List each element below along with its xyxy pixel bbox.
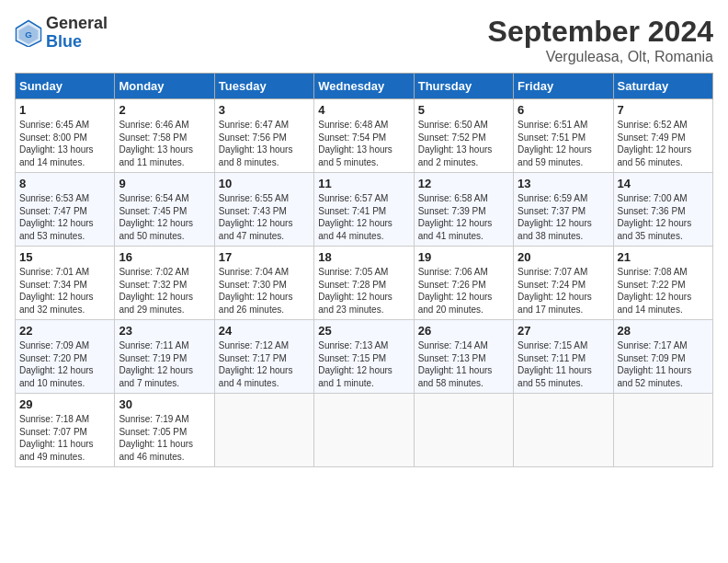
day-info: Sunrise: 7:07 AMSunset: 7:24 PMDaylight:… — [518, 266, 609, 316]
title-block: September 2024 Verguleasa, Olt, Romania — [488, 15, 713, 65]
day-number: 15 — [19, 250, 110, 264]
day-info: Sunrise: 7:13 AMSunset: 7:15 PMDaylight:… — [318, 339, 409, 389]
day-number: 27 — [518, 324, 609, 338]
day-info: Sunrise: 6:46 AMSunset: 7:58 PMDaylight:… — [119, 119, 210, 168]
day-number: 19 — [418, 250, 509, 264]
day-info: Sunrise: 7:04 AMSunset: 7:30 PMDaylight:… — [219, 266, 310, 316]
day-info: Sunrise: 6:58 AMSunset: 7:39 PMDaylight:… — [418, 192, 509, 242]
day-number: 22 — [19, 324, 110, 338]
calendar-day-cell: 26Sunrise: 7:14 AMSunset: 7:13 PMDayligh… — [414, 320, 513, 394]
day-info: Sunrise: 7:06 AMSunset: 7:26 PMDaylight:… — [418, 266, 509, 316]
day-number: 17 — [219, 250, 310, 264]
calendar-day-cell: 10Sunrise: 6:55 AMSunset: 7:43 PMDayligh… — [214, 173, 313, 247]
calendar-day-cell: 2Sunrise: 6:46 AMSunset: 7:58 PMDaylight… — [115, 99, 214, 173]
day-info: Sunrise: 7:01 AMSunset: 7:34 PMDaylight:… — [19, 266, 110, 316]
day-number: 18 — [318, 250, 409, 264]
day-info: Sunrise: 7:15 AMSunset: 7:11 PMDaylight:… — [518, 339, 609, 389]
calendar-day-cell: 9Sunrise: 6:54 AMSunset: 7:45 PMDaylight… — [115, 173, 214, 247]
day-info: Sunrise: 7:17 AMSunset: 7:09 PMDaylight:… — [618, 339, 709, 389]
day-info: Sunrise: 6:53 AMSunset: 7:47 PMDaylight:… — [19, 192, 110, 242]
day-info: Sunrise: 7:19 AMSunset: 7:05 PMDaylight:… — [119, 413, 210, 463]
weekday-header-saturday: Saturday — [613, 74, 712, 99]
calendar-day-cell: 23Sunrise: 7:11 AMSunset: 7:19 PMDayligh… — [115, 320, 214, 394]
day-number: 30 — [119, 397, 210, 411]
calendar-header: SundayMondayTuesdayWednesdayThursdayFrid… — [16, 74, 713, 99]
day-number: 29 — [19, 397, 110, 411]
day-number: 6 — [518, 103, 609, 117]
calendar-day-cell — [414, 394, 513, 467]
calendar-day-cell: 15Sunrise: 7:01 AMSunset: 7:34 PMDayligh… — [16, 247, 115, 320]
calendar-week-row: 1Sunrise: 6:45 AMSunset: 8:00 PMDaylight… — [16, 99, 713, 173]
day-number: 12 — [418, 177, 509, 190]
weekday-row: SundayMondayTuesdayWednesdayThursdayFrid… — [16, 74, 713, 99]
calendar-day-cell: 17Sunrise: 7:04 AMSunset: 7:30 PMDayligh… — [214, 247, 313, 320]
calendar-week-row: 22Sunrise: 7:09 AMSunset: 7:20 PMDayligh… — [16, 320, 713, 394]
calendar-day-cell — [613, 394, 712, 467]
day-info: Sunrise: 6:57 AMSunset: 7:41 PMDaylight:… — [318, 192, 409, 242]
day-info: Sunrise: 6:45 AMSunset: 8:00 PMDaylight:… — [19, 119, 110, 168]
day-number: 26 — [418, 324, 509, 338]
calendar-day-cell: 22Sunrise: 7:09 AMSunset: 7:20 PMDayligh… — [16, 320, 115, 394]
calendar-day-cell: 3Sunrise: 6:47 AMSunset: 7:56 PMDaylight… — [214, 99, 313, 173]
calendar-day-cell — [214, 394, 313, 467]
day-info: Sunrise: 6:51 AMSunset: 7:51 PMDaylight:… — [518, 119, 609, 168]
day-info: Sunrise: 7:00 AMSunset: 7:36 PMDaylight:… — [618, 192, 709, 242]
day-number: 8 — [19, 177, 110, 190]
day-number: 14 — [618, 177, 709, 190]
day-number: 28 — [618, 324, 709, 338]
weekday-header-sunday: Sunday — [16, 74, 115, 99]
day-info: Sunrise: 6:48 AMSunset: 7:54 PMDaylight:… — [318, 119, 409, 168]
calendar-day-cell: 7Sunrise: 6:52 AMSunset: 7:49 PMDaylight… — [613, 99, 712, 173]
day-info: Sunrise: 6:52 AMSunset: 7:49 PMDaylight:… — [618, 119, 709, 168]
calendar-table: SundayMondayTuesdayWednesdayThursdayFrid… — [15, 73, 713, 467]
day-number: 5 — [418, 103, 509, 117]
day-number: 13 — [518, 177, 609, 190]
calendar-day-cell — [314, 394, 414, 467]
day-number: 7 — [618, 103, 709, 117]
weekday-header-tuesday: Tuesday — [214, 74, 313, 99]
calendar-day-cell: 29Sunrise: 7:18 AMSunset: 7:07 PMDayligh… — [16, 394, 115, 467]
calendar-body: 1Sunrise: 6:45 AMSunset: 8:00 PMDaylight… — [16, 99, 713, 467]
day-number: 23 — [119, 324, 210, 338]
day-number: 9 — [119, 177, 210, 190]
month-title: September 2024 — [488, 15, 713, 49]
calendar-week-row: 15Sunrise: 7:01 AMSunset: 7:34 PMDayligh… — [16, 247, 713, 320]
day-info: Sunrise: 6:59 AMSunset: 7:37 PMDaylight:… — [518, 192, 609, 242]
calendar-week-row: 8Sunrise: 6:53 AMSunset: 7:47 PMDaylight… — [16, 173, 713, 247]
logo-blue: Blue — [46, 33, 108, 52]
location-subtitle: Verguleasa, Olt, Romania — [488, 49, 713, 65]
day-info: Sunrise: 7:14 AMSunset: 7:13 PMDaylight:… — [418, 339, 509, 389]
day-info: Sunrise: 6:50 AMSunset: 7:52 PMDaylight:… — [418, 119, 509, 168]
calendar-day-cell: 14Sunrise: 7:00 AMSunset: 7:36 PMDayligh… — [613, 173, 712, 247]
day-number: 21 — [618, 250, 709, 264]
day-info: Sunrise: 7:11 AMSunset: 7:19 PMDaylight:… — [119, 339, 210, 389]
logo-general: General — [46, 15, 108, 33]
day-number: 3 — [219, 103, 310, 117]
day-number: 10 — [219, 177, 310, 190]
calendar-day-cell: 19Sunrise: 7:06 AMSunset: 7:26 PMDayligh… — [414, 247, 513, 320]
calendar-day-cell: 4Sunrise: 6:48 AMSunset: 7:54 PMDaylight… — [314, 99, 414, 173]
calendar-day-cell: 25Sunrise: 7:13 AMSunset: 7:15 PMDayligh… — [314, 320, 414, 394]
day-info: Sunrise: 7:18 AMSunset: 7:07 PMDaylight:… — [19, 413, 110, 463]
day-number: 20 — [518, 250, 609, 264]
day-info: Sunrise: 7:09 AMSunset: 7:20 PMDaylight:… — [19, 339, 110, 389]
calendar-day-cell: 8Sunrise: 6:53 AMSunset: 7:47 PMDaylight… — [16, 173, 115, 247]
calendar-day-cell: 11Sunrise: 6:57 AMSunset: 7:41 PMDayligh… — [314, 173, 414, 247]
calendar-day-cell: 13Sunrise: 6:59 AMSunset: 7:37 PMDayligh… — [514, 173, 613, 247]
day-info: Sunrise: 7:12 AMSunset: 7:17 PMDaylight:… — [219, 339, 310, 389]
day-info: Sunrise: 7:08 AMSunset: 7:22 PMDaylight:… — [618, 266, 709, 316]
day-info: Sunrise: 6:47 AMSunset: 7:56 PMDaylight:… — [219, 119, 310, 168]
weekday-header-wednesday: Wednesday — [314, 74, 414, 99]
calendar-day-cell: 12Sunrise: 6:58 AMSunset: 7:39 PMDayligh… — [414, 173, 513, 247]
day-number: 25 — [318, 324, 409, 338]
calendar-day-cell: 27Sunrise: 7:15 AMSunset: 7:11 PMDayligh… — [514, 320, 613, 394]
day-info: Sunrise: 6:55 AMSunset: 7:43 PMDaylight:… — [219, 192, 310, 242]
day-number: 2 — [119, 103, 210, 117]
calendar-day-cell: 24Sunrise: 7:12 AMSunset: 7:17 PMDayligh… — [214, 320, 313, 394]
weekday-header-friday: Friday — [514, 74, 613, 99]
calendar-day-cell: 30Sunrise: 7:19 AMSunset: 7:05 PMDayligh… — [115, 394, 214, 467]
calendar-day-cell: 6Sunrise: 6:51 AMSunset: 7:51 PMDaylight… — [514, 99, 613, 173]
logo: G General Blue — [15, 15, 108, 52]
svg-text:G: G — [25, 29, 32, 39]
day-number: 24 — [219, 324, 310, 338]
